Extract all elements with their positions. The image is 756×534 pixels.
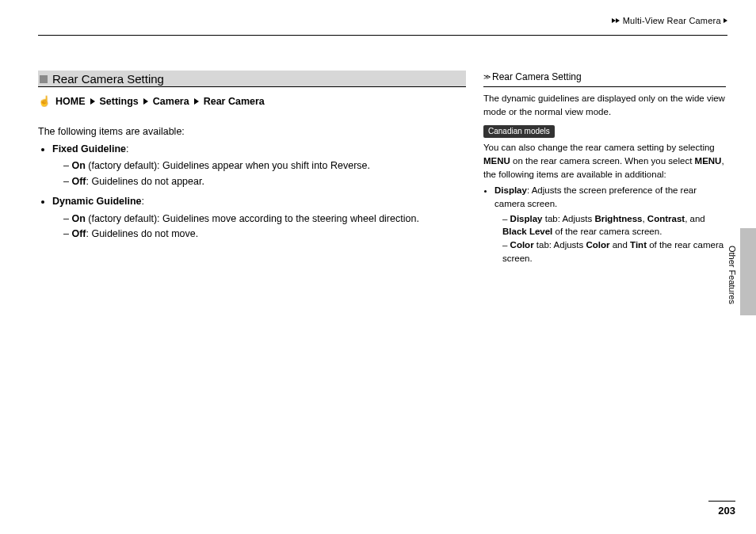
list-item: Off: Guidelines do not appear. (63, 174, 466, 189)
header-breadcrumb-text: Multi-View Rear Camera (623, 16, 721, 25)
note-text: on the rear camera screen. When you sele… (510, 156, 695, 166)
off-label: Off (71, 176, 86, 187)
header-rule: Multi-View Rear Camera (38, 14, 727, 36)
square-bullet-icon (40, 75, 48, 83)
list-item: Display: Adjusts the screen preference o… (494, 184, 726, 265)
list-item: Dynamic Guideline: On (factory default):… (52, 194, 466, 242)
sidebar-note-2: You can also change the rear camera sett… (483, 141, 726, 181)
sidebar-column: ≫ Rear Camera Setting The dynamic guidel… (483, 71, 726, 266)
nav-home: HOME (55, 96, 86, 107)
off-note: : Guidelines do not appear. (86, 176, 204, 187)
off-note: : Guidelines do not move. (86, 228, 199, 239)
triangle-icon (194, 98, 199, 105)
item-name: Fixed Guideline (52, 143, 126, 154)
item-name: Dynamic Guideline (52, 196, 142, 207)
brightness-label: Brightness (594, 214, 642, 223)
on-note: (factory default): Guidelines appear whe… (86, 160, 370, 171)
sidebar-ref-title: Rear Camera Setting (492, 71, 582, 84)
main-column: Rear Camera Setting ☝ HOME Settings Came… (38, 71, 466, 266)
section-heading: Rear Camera Setting (38, 71, 466, 87)
section-title-text: Rear Camera Setting (52, 72, 164, 86)
list-item: Color tab: Adjusts Color and Tint of the… (502, 238, 726, 265)
tab-name: Display (510, 214, 543, 223)
triangle-icon (724, 18, 727, 23)
off-label: Off (71, 228, 86, 239)
menu-label: MENU (695, 156, 722, 166)
hand-icon: ☝ (38, 95, 51, 107)
on-note: (factory default): Guidelines move accor… (86, 213, 419, 224)
triangle-icon (143, 98, 148, 105)
black-level-label: Black Level (502, 227, 552, 236)
and-text: , and (685, 214, 705, 223)
sidebar-sub-list: Display tab: Adjusts Brightness, Contras… (494, 212, 726, 265)
on-label: On (71, 213, 85, 224)
sidebar-note: The dynamic guidelines are displayed onl… (483, 92, 726, 118)
menu-label: MENU (483, 156, 510, 166)
list-item: Fixed Guideline: On (factory default): G… (52, 142, 466, 189)
and-text: and (610, 240, 631, 250)
intro-text: The following items are available: (38, 126, 466, 137)
nav-path: ☝ HOME Settings Camera Rear Camera (38, 95, 466, 107)
double-triangle-icon: ≫ (483, 72, 489, 82)
nav-settings: Settings (100, 96, 139, 107)
tint-label: Tint (630, 240, 647, 250)
model-badge: Canadian models (483, 125, 555, 139)
list-item: On (factory default): Guidelines move ac… (63, 212, 466, 227)
sub-list: On (factory default): Guidelines appear … (52, 158, 466, 189)
on-label: On (71, 160, 85, 171)
display-name: Display (494, 185, 527, 195)
sidebar-list: Display: Adjusts the screen preference o… (483, 184, 726, 265)
page-number: 203 (708, 501, 735, 517)
list-item: On (factory default): Guidelines appear … (63, 158, 466, 174)
tab-text: of the rear camera screen. (552, 227, 662, 236)
list-item: Off: Guidelines do not move. (63, 227, 466, 242)
sidebar-ref-heading: ≫ Rear Camera Setting (483, 71, 726, 87)
nav-rear: Rear Camera (204, 96, 265, 107)
contrast-label: Contrast (647, 214, 685, 223)
header-breadcrumb: Multi-View Rear Camera (612, 16, 727, 25)
note-text: You can also change the rear camera sett… (483, 143, 715, 152)
triangle-icon (90, 98, 95, 105)
list-item: Display tab: Adjusts Brightness, Contras… (502, 212, 726, 238)
sub-list: On (factory default): Guidelines move ac… (52, 212, 466, 242)
settings-list: Fixed Guideline: On (factory default): G… (38, 142, 466, 242)
tab-text: tab: Adjusts (534, 240, 586, 250)
color-label: Color (586, 240, 609, 250)
section-tab-label: Other Features (727, 246, 737, 304)
tab-text: tab: Adjusts (543, 214, 595, 223)
nav-camera: Camera (153, 96, 189, 107)
triangle-icon (616, 18, 620, 23)
thumb-tab (740, 228, 756, 315)
tab-name: Color (510, 240, 534, 250)
